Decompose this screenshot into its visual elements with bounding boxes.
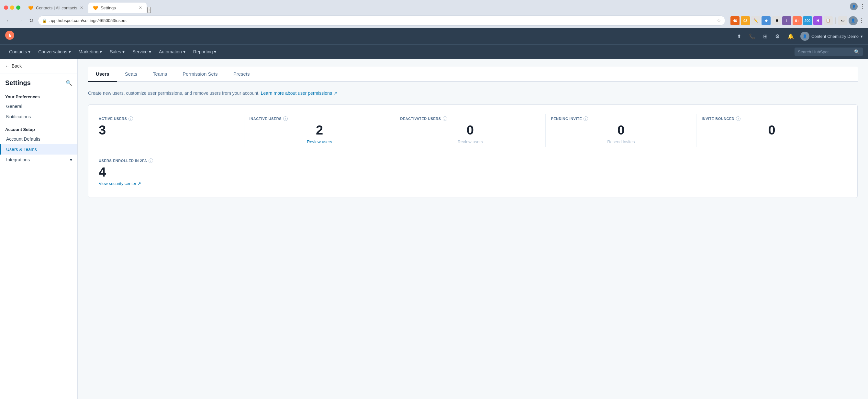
resend-invites-link: Resend invites: [607, 139, 634, 144]
app-layout: ← Back Settings 🔍 Your Preferences Gener…: [0, 59, 868, 399]
hubspot-logo[interactable]: [5, 31, 14, 42]
hubspot-top-nav: ⬆ 📞 ⊞ ⚙ 🔔 👤 Content Chemistry Demo ▾: [0, 28, 868, 44]
back-browser-button[interactable]: ←: [4, 16, 13, 25]
main-content: Users Seats Teams Permission Sets Preset…: [78, 59, 868, 399]
account-name: Content Chemistry Demo: [811, 34, 859, 39]
user-avatar-ext[interactable]: 👤: [848, 16, 858, 25]
back-arrow-icon: ←: [5, 63, 10, 69]
invite-bounced-label: INVITE BOUNCED i: [702, 117, 842, 121]
account-dropdown-icon: ▾: [861, 34, 863, 39]
ext-pen[interactable]: ✏️: [751, 16, 760, 25]
view-security-center-link[interactable]: View security center ↗: [99, 181, 847, 186]
2fa-label: USERS ENROLLED IN 2FA i: [99, 159, 847, 163]
new-tab-button[interactable]: +: [147, 7, 151, 13]
global-search[interactable]: 🔍: [795, 47, 863, 56]
browser-profile[interactable]: 👤: [850, 3, 858, 10]
ext-purple-i[interactable]: i: [782, 16, 791, 25]
learn-more-link[interactable]: Learn more about user permissions ↗: [261, 91, 337, 96]
deactivated-users-info-icon[interactable]: i: [443, 117, 447, 121]
inactive-users-info-icon[interactable]: i: [283, 117, 288, 121]
top-nav-actions: ⬆ 📞 ⊞ ⚙ 🔔 👤 Content Chemistry Demo ▾: [736, 32, 863, 41]
ext-200[interactable]: 200: [803, 16, 812, 25]
search-input[interactable]: [798, 49, 852, 54]
sidebar-item-users-teams[interactable]: Users & Teams: [0, 144, 78, 155]
ext-blue-diamond[interactable]: ◆: [762, 16, 771, 25]
active-users-label: ACTIVE USERS i: [99, 117, 239, 121]
sales-dropdown-icon: ▾: [122, 49, 125, 54]
sidebar-item-notifications[interactable]: Notifications: [0, 111, 78, 122]
section-label-account-setup: Account Setup: [0, 122, 78, 134]
tab-contacts[interactable]: 🧡 Contacts | All contacts ✕: [24, 3, 88, 13]
minimize-traffic-light[interactable]: [10, 5, 14, 10]
marketing-dropdown-icon: ▾: [100, 49, 102, 54]
ext-clipboard[interactable]: 📋: [824, 16, 833, 25]
stat-active-users: ACTIVE USERS i 3: [99, 114, 244, 147]
nav-reporting[interactable]: Reporting ▾: [189, 45, 220, 59]
sidebar-title: Settings: [5, 79, 31, 87]
pending-invite-value: 0: [551, 124, 691, 136]
inactive-users-value: 2: [250, 124, 390, 136]
tab-users[interactable]: Users: [88, 67, 117, 82]
active-users-info-icon[interactable]: i: [128, 117, 133, 121]
sidebar-item-account-defaults[interactable]: Account Defaults: [0, 134, 78, 144]
nav-sales[interactable]: Sales ▾: [106, 45, 128, 59]
account-switcher[interactable]: 👤 Content Chemistry Demo ▾: [800, 32, 863, 41]
tab-presets[interactable]: Presets: [225, 67, 258, 82]
nav-conversations[interactable]: Conversations ▾: [34, 45, 75, 59]
tab-teams[interactable]: Teams: [145, 67, 175, 82]
address-input[interactable]: [50, 18, 714, 23]
search-icon: 🔍: [854, 49, 860, 54]
settings-gear-icon[interactable]: ⚙: [774, 32, 781, 41]
star-icon[interactable]: ☆: [716, 18, 721, 24]
browser-tabs: 🧡 Contacts | All contacts ✕ 🧡 Settings ✕…: [0, 0, 868, 13]
sidebar-header: Settings 🔍: [0, 73, 78, 89]
browser-menu[interactable]: ⋮: [860, 3, 865, 10]
grid-icon[interactable]: ⊞: [762, 32, 769, 41]
chrome-menu[interactable]: ⋮: [859, 18, 864, 24]
maximize-traffic-light[interactable]: [16, 5, 21, 10]
ext-monitor[interactable]: 🖥: [772, 16, 781, 25]
forward-browser-button[interactable]: →: [16, 16, 25, 25]
2fa-info-icon[interactable]: i: [149, 159, 153, 163]
ext-sidebar[interactable]: ▭: [838, 16, 847, 25]
bell-icon[interactable]: 🔔: [786, 32, 795, 41]
main-tabs: Users Seats Teams Permission Sets Preset…: [88, 67, 858, 82]
nav-marketing[interactable]: Marketing ▾: [75, 45, 106, 59]
ext-hs-purple[interactable]: H: [813, 16, 823, 25]
reload-button[interactable]: ↻: [27, 16, 35, 25]
tab-close-contacts[interactable]: ✕: [80, 5, 83, 10]
tab-seats[interactable]: Seats: [117, 67, 145, 82]
close-traffic-light[interactable]: [4, 5, 8, 10]
invite-bounced-info-icon[interactable]: i: [736, 117, 741, 121]
upload-icon[interactable]: ⬆: [736, 32, 742, 41]
browser-extensions: 46 93 ✏️ ◆ 🖥 i 9+ 200 H 📋 ▭ 👤 ⋮: [731, 16, 864, 25]
review-inactive-users-link[interactable]: Review users: [307, 139, 332, 144]
nav-service[interactable]: Service ▾: [128, 45, 155, 59]
tab-permission-sets[interactable]: Permission Sets: [175, 67, 225, 82]
integrations-arrow-icon: ▾: [70, 157, 72, 162]
stat-2fa: USERS ENROLLED IN 2FA i 4 View security …: [99, 156, 847, 189]
pending-invite-info-icon[interactable]: i: [584, 117, 588, 121]
sidebar-item-general[interactable]: General: [0, 101, 78, 111]
inactive-users-label: INACTIVE USERS i: [250, 117, 390, 121]
invite-bounced-value: 0: [702, 124, 842, 136]
section-label-preferences: Your Preferences: [0, 89, 78, 101]
conversations-dropdown-icon: ▾: [69, 49, 71, 54]
tab-label-contacts: Contacts | All contacts: [36, 5, 78, 10]
nav-automation[interactable]: Automation ▾: [155, 45, 189, 59]
nav-contacts[interactable]: Contacts ▾: [5, 45, 34, 59]
back-button[interactable]: ← Back: [0, 59, 78, 73]
ext-hubspot-9[interactable]: 9+: [793, 16, 802, 25]
ext-hubspot-46[interactable]: 46: [731, 16, 740, 25]
stat-invite-bounced: INVITE BOUNCED i 0: [696, 114, 847, 147]
address-bar[interactable]: 🔒 ☆: [38, 15, 725, 26]
ext-93[interactable]: 93: [741, 16, 750, 25]
sidebar-item-integrations[interactable]: Integrations ▾: [0, 155, 78, 165]
ext-divider: [835, 18, 836, 24]
tab-settings[interactable]: 🧡 Settings ✕: [88, 3, 147, 13]
sidebar-search-icon[interactable]: 🔍: [66, 80, 72, 86]
tab-close-settings[interactable]: ✕: [139, 5, 142, 10]
external-link-icon-2: ↗: [137, 181, 141, 186]
phone-icon[interactable]: 📞: [748, 32, 757, 41]
stat-inactive-users: INACTIVE USERS i 2 Review users: [244, 114, 395, 147]
